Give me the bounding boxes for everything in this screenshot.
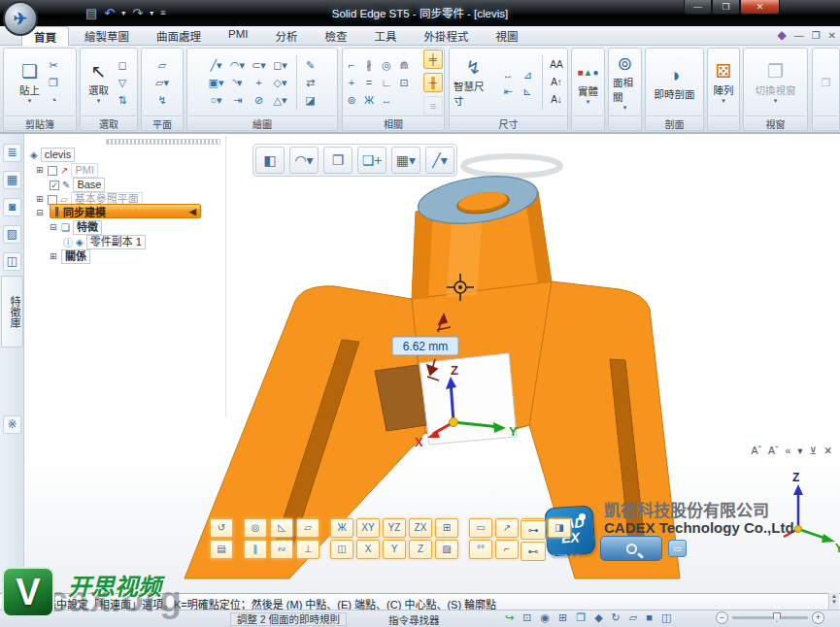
draw-tool-icon[interactable]: ⊘ (249, 91, 270, 109)
draw-extra-icon[interactable]: ⇄ (302, 75, 319, 90)
tree-root-clevis[interactable]: ◈ clevis (30, 148, 75, 162)
help-icon[interactable]: ◆ (777, 28, 786, 42)
option-button[interactable]: ↺ (210, 518, 233, 538)
option-button[interactable]: ◨ (548, 518, 571, 538)
pathfinder-panel-icon[interactable]: ≣ (3, 144, 21, 162)
ribbon-tab[interactable]: 工具 (362, 26, 408, 46)
view-command-icon[interactable]: ▱ (629, 611, 637, 624)
select-tool-icon[interactable]: ◻ (114, 57, 131, 73)
viewport-tool-button[interactable]: ◠▾ (289, 147, 319, 174)
ribbon-tab[interactable]: PMI (217, 26, 259, 46)
relate-tool-icon[interactable]: ⊡ (395, 74, 413, 91)
select-tool-icon[interactable]: ⇅ (114, 92, 131, 108)
relate-tool-icon[interactable]: ↔ (378, 91, 395, 109)
option-button[interactable]: ⊥ (296, 540, 319, 559)
minimize-button[interactable]: — (684, 0, 712, 15)
tree-item-base[interactable]: ✓ ✎ Base (50, 178, 105, 192)
plane-tool-icon[interactable]: ▱▾ (153, 75, 171, 90)
option-button[interactable]: Z (409, 540, 432, 559)
visibility-checkbox[interactable]: ✓ (48, 195, 57, 205)
dimension-tool-icon[interactable]: ⇤ (498, 82, 518, 99)
draw-tool-icon[interactable]: ◝▾ (227, 74, 249, 91)
paste-button[interactable]: ❏ 貼上 ▾ (17, 59, 42, 107)
option-button[interactable]: ▤ (210, 540, 233, 559)
relate-tool-icon[interactable] (395, 91, 413, 109)
expand-icon[interactable]: ⊞ (36, 166, 45, 175)
prompt-control-icon[interactable]: ⊻ (810, 445, 818, 456)
option-button[interactable]: Y (383, 540, 406, 559)
visibility-checkbox[interactable]: ✓ (50, 181, 59, 190)
option-button[interactable]: ▱ (296, 518, 319, 538)
prompt-control-icon[interactable]: Aˆ (751, 445, 761, 456)
plane-tool-icon[interactable]: ↯ (153, 92, 171, 108)
view-command-icon[interactable]: ◫ (661, 611, 671, 624)
draw-tool-icon[interactable]: ╱▾ (206, 56, 227, 74)
view-command-icon[interactable]: ↻ (612, 611, 621, 624)
panel-drag-handle[interactable] (106, 139, 220, 145)
prompt-scrollbar[interactable]: ▲ ▼ (828, 593, 839, 610)
tree-item-relations[interactable]: ⊞ 關係 (50, 249, 90, 264)
option-button[interactable]: ▨ (435, 540, 458, 559)
option-button[interactable]: ▭ (469, 518, 492, 538)
keypoint-button[interactable]: ⊷ (521, 542, 546, 561)
tree-item-part-copy[interactable]: ⓘ ◈ 零件副本 1 (63, 235, 146, 249)
option-button[interactable]: X (356, 540, 380, 559)
view-command-icon[interactable]: ◉ (540, 611, 550, 624)
collapse-icon[interactable]: ⊟ (36, 209, 45, 217)
dimension-tool-icon[interactable]: ⊿ (518, 66, 537, 82)
option-button[interactable]: ⌐ (495, 540, 519, 559)
graphics-viewport[interactable]: 6.62 mm Z Y X (0, 134, 840, 593)
relate-tool-icon[interactable]: ◎ (378, 56, 395, 74)
view-command-icon[interactable]: ◆ (594, 611, 602, 624)
tree-item-pmi[interactable]: ⊞ ✓ ↗ PMI (36, 163, 98, 178)
draw-tool-icon[interactable]: ◇▾ (270, 74, 291, 91)
viewport-tool-button[interactable]: ◧ (255, 147, 285, 174)
ribbon-tab[interactable]: 檢查 (313, 26, 358, 46)
ribbon-tab[interactable]: 分析 (263, 26, 309, 46)
view-overrides-icon[interactable]: ◫ (3, 252, 21, 271)
clipboard-tool-icon[interactable]: ◔ (45, 92, 62, 108)
dimension-value-box[interactable]: 6.62 mm (392, 337, 458, 355)
option-button[interactable]: ZX (409, 518, 432, 538)
draw-tool-icon[interactable]: ◻▾ (270, 56, 291, 74)
relate-tool-icon[interactable]: ∦ (360, 56, 378, 74)
viewport-tool-button[interactable]: ❏+ (357, 147, 386, 174)
draw-tool-icon[interactable]: ◠▾ (227, 56, 249, 74)
option-button[interactable]: XY (356, 518, 380, 538)
sensors-panel-icon[interactable]: ※ (3, 415, 21, 434)
view-command-icon[interactable]: ⊡ (522, 611, 531, 624)
text-scale-icon[interactable]: AA (548, 57, 565, 73)
prompt-control-icon[interactable]: ▾ (797, 445, 802, 456)
ribbon-tab[interactable]: 視圖 (484, 26, 529, 46)
prompt-control-icon[interactable]: ✕ (823, 445, 832, 456)
text-scale-icon[interactable]: A↓ (548, 92, 565, 108)
option-button[interactable]: ◎ (244, 518, 267, 538)
feature-library-tab[interactable]: 特徵庫 (1, 276, 23, 347)
draw-extra-icon[interactable]: ◪ (302, 92, 319, 108)
option-button[interactable]: Ж (330, 518, 353, 538)
tree-item-synchronous[interactable]: ⊟ (36, 206, 45, 220)
viewport-tool-button[interactable]: ❐ (323, 147, 353, 174)
expand-icon[interactable]: ⊞ (50, 252, 58, 261)
zoom-in-button[interactable]: + (812, 611, 824, 624)
live-section-button[interactable]: ◑ 即時剖面 (653, 63, 697, 103)
layers-panel-icon[interactable]: ▦ (3, 171, 21, 189)
viewport-mode-button[interactable]: ▭ (668, 540, 687, 557)
select-button[interactable]: ↖ 選取 ▾ (86, 59, 111, 107)
relate-tool-icon[interactable]: ⋒ (395, 56, 413, 74)
draw-extra-icon[interactable]: ✎ (302, 57, 319, 73)
face-relate-button[interactable]: ⊚ 面相關 ▾ (611, 51, 639, 114)
draw-tool-icon[interactable]: ⊂▾ (249, 56, 270, 74)
relate-tool-icon[interactable]: ⌐ (343, 56, 360, 74)
relate-tool-icon[interactable]: ⊚ (343, 91, 360, 109)
application-button[interactable]: ✈ (3, 1, 38, 36)
doc-minimize-icon[interactable]: — (794, 30, 804, 41)
tree-item-features[interactable]: ⊟ ❏ 特徵 (50, 220, 102, 235)
close-button[interactable]: ✕ (740, 0, 780, 15)
restore-button[interactable]: ❐ (712, 0, 740, 15)
tree-item-synchronous-highlight[interactable]: ∥ 同步建模 ◀ (50, 204, 201, 218)
option-button[interactable]: ⊞ (435, 518, 458, 538)
option-button[interactable]: YZ (383, 518, 406, 538)
ribbon-tab[interactable]: 繪製草圖 (73, 26, 141, 46)
relate-tool-icon[interactable]: ∟ (378, 74, 395, 91)
